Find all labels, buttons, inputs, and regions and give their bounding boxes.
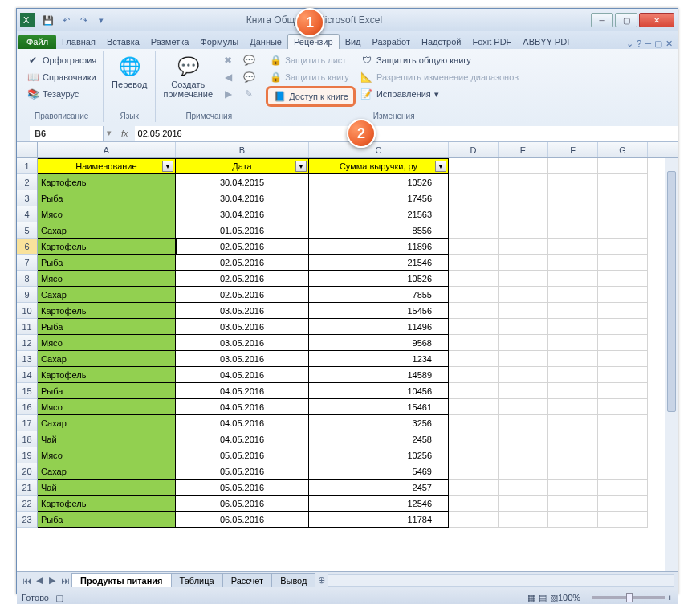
cell[interactable]: [449, 222, 499, 239]
sheet-nav-last[interactable]: ⏭: [59, 576, 71, 586]
cell-date[interactable]: 03.05.2016: [176, 303, 309, 319]
cell[interactable]: [499, 303, 548, 319]
cell[interactable]: [499, 271, 548, 287]
cell-name[interactable]: Сахар: [38, 351, 176, 367]
qat-more-icon[interactable]: ▾: [94, 13, 108, 27]
worksheet-grid[interactable]: A B C D E F G 12345678910111213141516171…: [17, 142, 678, 571]
cell[interactable]: [499, 206, 548, 222]
cell[interactable]: [548, 447, 598, 463]
row-header[interactable]: 3: [17, 190, 38, 206]
tab-data[interactable]: Данные: [244, 35, 287, 49]
cell[interactable]: [499, 367, 548, 383]
row-header[interactable]: 15: [17, 383, 38, 399]
cell-name[interactable]: Рыба: [38, 383, 176, 399]
col-header-c[interactable]: C: [309, 142, 449, 157]
cell[interactable]: [598, 463, 648, 480]
tab-formulas[interactable]: Формулы: [194, 35, 244, 49]
cell[interactable]: [598, 287, 648, 303]
row-header[interactable]: 1: [17, 158, 38, 174]
cell[interactable]: [499, 463, 548, 480]
tab-home[interactable]: Главная: [56, 35, 101, 49]
cell[interactable]: [548, 383, 598, 399]
cell-name[interactable]: Картофель: [38, 174, 176, 190]
minimize-button[interactable]: ─: [591, 13, 613, 27]
cell[interactable]: [598, 367, 648, 383]
row-header[interactable]: 21: [17, 480, 38, 496]
cell-date[interactable]: 04.05.2016: [176, 367, 309, 383]
cell[interactable]: [548, 206, 598, 222]
cell-name[interactable]: Чай: [38, 480, 176, 496]
zoom-out-icon[interactable]: −: [584, 593, 588, 602]
allow-ranges-button[interactable]: 📐Разрешить изменение диапазонов: [357, 69, 522, 85]
cell[interactable]: [449, 255, 499, 271]
cell-revenue[interactable]: 9568: [309, 335, 449, 351]
cell-date[interactable]: 30.04.2016: [176, 206, 309, 222]
cell-date[interactable]: 03.05.2016: [176, 335, 309, 351]
cell-date[interactable]: 02.05.2016: [176, 287, 309, 303]
cell-revenue[interactable]: 11496: [309, 319, 449, 335]
cell[interactable]: [598, 174, 648, 190]
tab-layout[interactable]: Разметка: [145, 35, 195, 49]
name-box[interactable]: B6: [30, 126, 104, 141]
row-header[interactable]: 7: [17, 255, 38, 271]
zoom-level[interactable]: 100%: [558, 593, 580, 602]
cell-revenue[interactable]: 11896: [309, 239, 449, 255]
cell-revenue[interactable]: 15456: [309, 303, 449, 319]
show-ink-button[interactable]: ✎: [239, 86, 258, 102]
cell[interactable]: [449, 158, 499, 174]
wb-restore-icon[interactable]: ▢: [654, 39, 662, 49]
filter-dropdown-icon[interactable]: ▼: [435, 161, 446, 172]
cell-date[interactable]: 03.05.2016: [176, 351, 309, 367]
row-header[interactable]: 8: [17, 271, 38, 287]
delete-comment-button[interactable]: ✖: [218, 52, 238, 68]
horizontal-scrollbar[interactable]: [328, 574, 674, 587]
cell[interactable]: [548, 174, 598, 190]
row-header[interactable]: 14: [17, 367, 38, 383]
cell[interactable]: [598, 190, 648, 206]
cell[interactable]: [449, 383, 499, 399]
cell[interactable]: [449, 174, 499, 190]
sheet-nav-next[interactable]: ▶: [46, 575, 59, 586]
name-box-dropdown-icon[interactable]: ▾: [104, 128, 115, 138]
row-header[interactable]: 18: [17, 431, 38, 447]
cell[interactable]: [548, 431, 598, 447]
cell[interactable]: [598, 383, 648, 399]
cell-revenue[interactable]: 21546: [309, 255, 449, 271]
formula-input[interactable]: 02.05.2016: [135, 126, 678, 141]
cell-name[interactable]: Рыба: [38, 319, 176, 335]
tab-view[interactable]: Вид: [340, 35, 367, 49]
sheet-tab-4[interactable]: Вывод: [271, 573, 315, 587]
cell[interactable]: [449, 415, 499, 431]
show-all-comments-button[interactable]: 💬: [239, 69, 258, 85]
filter-dropdown-icon[interactable]: ▼: [162, 161, 173, 172]
cell[interactable]: [548, 399, 598, 415]
row-header[interactable]: 5: [17, 222, 38, 239]
cell[interactable]: [449, 431, 499, 447]
fx-icon[interactable]: fx: [115, 129, 135, 138]
row-header[interactable]: 11: [17, 319, 38, 335]
cell[interactable]: [449, 496, 499, 512]
cell[interactable]: [449, 239, 499, 255]
view-normal-icon[interactable]: ▦: [527, 593, 535, 603]
cell-name[interactable]: Рыба: [38, 190, 176, 206]
cell-date[interactable]: 05.05.2016: [176, 480, 309, 496]
cell-date[interactable]: 03.05.2016: [176, 319, 309, 335]
cell[interactable]: [548, 287, 598, 303]
close-button[interactable]: ✕: [639, 13, 674, 27]
row-header[interactable]: 19: [17, 447, 38, 463]
row-header[interactable]: 6: [17, 239, 38, 255]
zoom-slider[interactable]: [592, 596, 665, 599]
cell-revenue[interactable]: 8556: [309, 222, 449, 239]
cell[interactable]: [548, 415, 598, 431]
wb-close-icon[interactable]: ✕: [665, 39, 673, 49]
row-header[interactable]: 9: [17, 287, 38, 303]
cell-revenue[interactable]: 5469: [309, 463, 449, 480]
row-header[interactable]: 10: [17, 303, 38, 319]
cell-name[interactable]: Картофель: [38, 303, 176, 319]
cell-revenue[interactable]: 10526: [309, 271, 449, 287]
view-pagebreak-icon[interactable]: ▧: [550, 593, 558, 603]
cell[interactable]: [598, 335, 648, 351]
thesaurus-button[interactable]: 📚Тезаурус: [23, 86, 82, 102]
cell[interactable]: [598, 239, 648, 255]
translate-button[interactable]: 🌐 Перевод: [107, 52, 152, 91]
